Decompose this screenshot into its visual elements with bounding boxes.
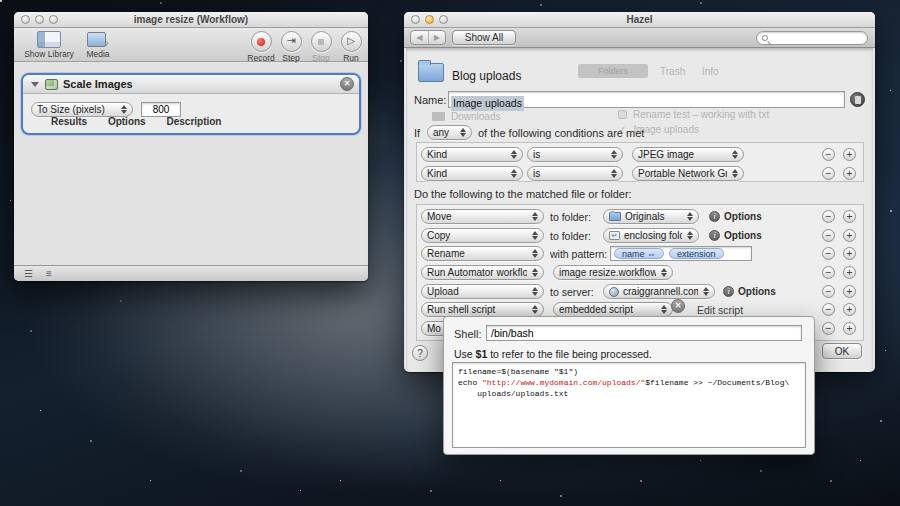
rule-preview-button[interactable] (850, 92, 865, 107)
action-target-popup[interactable]: embedded script (553, 302, 673, 317)
minimize-window-icon[interactable] (425, 15, 434, 24)
edit-script-link[interactable]: Edit script (697, 304, 743, 316)
condition-attribute-popup[interactable]: Kind (421, 147, 523, 162)
add-condition-button[interactable] (843, 167, 856, 180)
shell-field[interactable]: /bin/bash (486, 325, 802, 341)
condition-operator-popup[interactable]: is (527, 147, 623, 162)
disclosure-triangle-icon[interactable] (31, 82, 39, 87)
match-any-popup[interactable]: any (427, 125, 472, 140)
remove-action-button[interactable] (822, 285, 835, 298)
workflow-canvas: Scale Images ✕ To Size (pixels) 800 Resu… (14, 63, 368, 265)
rule-name-field[interactable]: Image uploads (448, 91, 845, 108)
action-verb-popup[interactable]: Rename (421, 246, 544, 261)
hazel-titlebar[interactable]: Hazel (404, 12, 875, 28)
remove-action-icon[interactable]: ✕ (340, 77, 354, 91)
remove-action-button[interactable] (822, 229, 835, 242)
action-verb-popup[interactable]: Upload (421, 284, 544, 299)
scale-images-action[interactable]: Scale Images ✕ To Size (pixels) 800 Resu… (21, 73, 361, 135)
script-line: filename=$(basename "$1") (458, 366, 800, 377)
close-popover-icon[interactable]: ✕ (671, 299, 685, 313)
updown-arrows-icon (459, 128, 466, 137)
add-condition-button[interactable] (843, 148, 856, 161)
results-tab[interactable]: Results (51, 116, 87, 127)
remove-condition-button[interactable] (822, 167, 835, 180)
ghost-folder-item: Downloads (432, 111, 500, 122)
condition-value-popup[interactable]: Portable Network Grap... (632, 166, 744, 181)
action-target-popup[interactable]: Originals (603, 209, 699, 224)
scale-images-icon (45, 79, 58, 90)
action-target-popup[interactable]: image resize.workflow (553, 265, 673, 280)
show-library-button[interactable]: Show Library (20, 31, 78, 59)
action-verb-popup[interactable]: Move (421, 209, 544, 224)
script-line: uploads/uploads.txt (458, 388, 800, 399)
add-action-button[interactable] (843, 322, 856, 335)
automator-titlebar[interactable]: image resize (Workflow) (14, 12, 368, 28)
condition-attribute-popup[interactable]: Kind (421, 166, 523, 181)
back-forward-control[interactable]: ◀ ▶ (410, 30, 446, 45)
add-action-button[interactable] (843, 303, 856, 316)
add-action-button[interactable] (843, 285, 856, 298)
help-button[interactable]: ? (412, 345, 428, 361)
step-button[interactable]: Step (276, 31, 306, 63)
remove-action-button[interactable] (822, 247, 835, 260)
minimize-window-icon[interactable] (35, 15, 44, 24)
remove-action-button[interactable] (822, 322, 835, 335)
action-verb-popup[interactable]: Copy (421, 228, 544, 243)
action-connector: to server: (550, 286, 594, 298)
list-view-icon[interactable]: ☰ (24, 268, 33, 279)
size-value-field[interactable]: 800 (141, 102, 181, 117)
ghost-rule-item: Rename test – working with txt (618, 109, 769, 120)
add-action-button[interactable] (843, 266, 856, 279)
info-icon[interactable]: i (709, 230, 720, 241)
remove-condition-button[interactable] (822, 148, 835, 161)
size-mode-popup[interactable]: To Size (pixels) (31, 102, 133, 117)
options-link[interactable]: Options (738, 286, 776, 297)
remove-action-button[interactable] (822, 210, 835, 223)
stop-button[interactable]: Stop (306, 31, 336, 63)
add-action-button[interactable] (843, 229, 856, 242)
options-link[interactable]: Options (724, 230, 762, 241)
zoom-window-icon[interactable] (439, 15, 448, 24)
script-editor[interactable]: filename=$(basename "$1") echo "http://w… (452, 362, 806, 448)
description-tab[interactable]: Description (166, 116, 221, 127)
hazel-window-title: Hazel (404, 12, 875, 27)
run-button[interactable]: Run (336, 31, 366, 63)
media-icon (87, 31, 109, 48)
enclosing-folder-icon: ↵ (609, 231, 620, 240)
condition-operator-popup[interactable]: is (527, 166, 623, 181)
info-icon[interactable]: i (723, 286, 734, 297)
close-window-icon[interactable] (21, 15, 30, 24)
record-button[interactable]: Record (246, 31, 276, 63)
add-action-button[interactable] (843, 210, 856, 223)
add-action-button[interactable] (843, 247, 856, 260)
remove-action-button[interactable] (822, 303, 835, 316)
options-tab[interactable]: Options (108, 116, 146, 127)
condition-value-popup[interactable]: JPEG image (632, 147, 744, 162)
script-hint: Use $1 to refer to the file being proces… (454, 348, 652, 360)
name-label: Name: (414, 94, 446, 106)
ok-button[interactable]: OK (822, 343, 862, 359)
show-all-button[interactable]: Show All (452, 30, 516, 45)
action-verb-popup[interactable]: Run shell script (421, 302, 544, 317)
globe-icon (609, 287, 619, 297)
action-row: Rename with pattern: name ⇔ extension (417, 246, 863, 263)
close-window-icon[interactable] (411, 15, 420, 24)
media-button[interactable]: Media (80, 31, 116, 59)
script-line: echo "http://www.mydomain.com/uploads/"$… (458, 377, 800, 388)
action-verb-popup[interactable]: Run Automator workflow (421, 265, 544, 280)
search-input[interactable] (756, 31, 868, 45)
variables-view-icon[interactable]: ≡ (46, 268, 52, 279)
extension-token[interactable]: extension (669, 248, 724, 259)
options-link[interactable]: Options (724, 211, 762, 222)
actions-label: Do the following to the matched file or … (414, 188, 632, 200)
pattern-field[interactable]: name ⇔ extension (610, 246, 752, 261)
desktop: image resize (Workflow) Show Library Med… (0, 0, 900, 506)
folder-icon (609, 212, 621, 221)
action-target-popup[interactable]: craiggrannell.com (603, 284, 715, 299)
remove-action-button[interactable] (822, 266, 835, 279)
scale-images-header[interactable]: Scale Images ✕ (23, 75, 359, 94)
zoom-window-icon[interactable] (49, 15, 58, 24)
name-token[interactable]: name ⇔ (614, 248, 664, 259)
action-target-popup[interactable]: ↵enclosing folder (603, 228, 699, 243)
info-icon[interactable]: i (709, 211, 720, 222)
